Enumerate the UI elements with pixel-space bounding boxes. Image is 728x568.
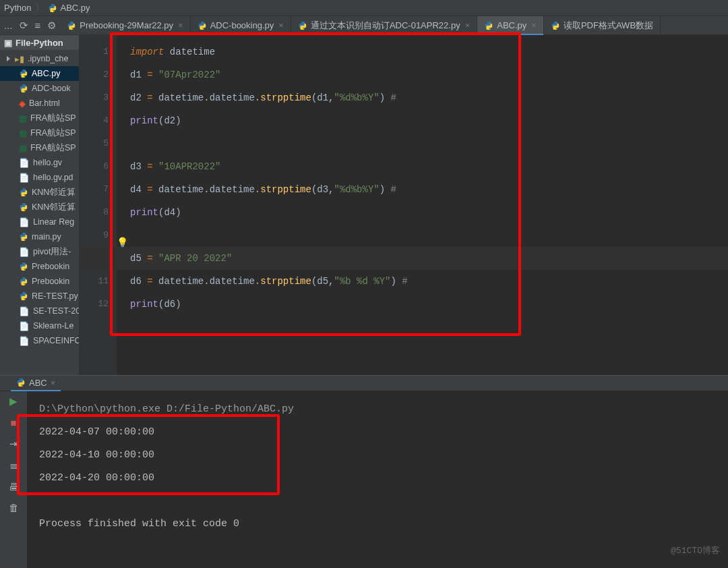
editor-tab[interactable]: 通过文本识别自动订ADC-01APR22.py× (291, 16, 477, 35)
editor-tabs: Prebooking-29Mar22.py×ADC-booking.py×通过文… (60, 16, 728, 35)
tree-item[interactable]: 📄Linear Reg (0, 215, 79, 229)
tree-item[interactable]: 📄SPACEINFO (0, 333, 79, 348)
rerun-icon[interactable]: ▶ (9, 395, 18, 407)
tree-label: Sklearn-Le (33, 321, 73, 331)
watermark: @51CTO博客 (671, 540, 720, 563)
tree-label: Bar.html (29, 98, 60, 108)
line-number: 12 (80, 293, 109, 316)
filter-icon[interactable]: ≡ (35, 20, 41, 31)
tree-item[interactable]: Prebookin (0, 259, 79, 274)
file-icon: 📄 (19, 306, 30, 316)
console-exit: Process finished with exit code 0 (39, 513, 716, 536)
tree-item[interactable]: 📄Sklearn-Le (0, 318, 79, 333)
tree-item[interactable]: Prebookin (0, 274, 79, 289)
folder-icon: ▣ (4, 38, 12, 48)
trash-icon[interactable]: 🗑 (9, 502, 19, 513)
code-line: d6 = datetime.datetime.strpptime(d5,"%b … (130, 270, 715, 293)
run-tab[interactable]: ABC × (11, 375, 61, 391)
tree-item[interactable]: 📄hello.gv.pd (0, 170, 79, 185)
html-icon: ◆ (19, 98, 26, 109)
close-icon[interactable]: × (531, 20, 537, 30)
tree-item[interactable]: ▸▮.ipynb_che (0, 51, 79, 66)
code-editor[interactable]: 123456789101112 💡 import datetimed1 = "0… (80, 35, 728, 375)
sync-icon[interactable]: ⟳ (20, 20, 28, 32)
file-icon: 📄 (19, 247, 30, 257)
tree-label: ABC.py (32, 69, 60, 78)
tree-item[interactable]: main.py (0, 229, 79, 244)
tree-label: KNN邻近算 (32, 202, 75, 213)
python-icon (484, 21, 493, 30)
run-tab-label: ABC (29, 378, 47, 388)
tree-item[interactable]: ▦FRA航站SP (0, 140, 79, 155)
console-command: D:\Python\python.exe D:/File-Python/ABC.… (39, 398, 716, 421)
python-icon (198, 21, 207, 30)
python-icon (19, 277, 28, 286)
line-number: 7 (80, 178, 109, 201)
tree-label: FRA航站SP (30, 127, 76, 139)
stop-icon[interactable]: ■ (10, 417, 16, 428)
intention-bulb-icon[interactable]: 💡 (117, 231, 128, 254)
python-icon (19, 262, 28, 271)
code-area[interactable]: 💡 import datetimed1 = "07Apr2022"d2 = da… (117, 35, 728, 375)
tree-item[interactable]: KNN邻近算 (0, 185, 79, 200)
python-icon (19, 232, 28, 242)
tree-label: pivot用法- (33, 246, 71, 258)
python-icon (67, 21, 76, 30)
tree-item[interactable]: 📄hello.gv (0, 155, 79, 170)
tree-item[interactable]: RE-TEST.py (0, 289, 79, 304)
scroll-icon[interactable]: ⇥ (9, 438, 18, 450)
close-icon[interactable]: × (178, 20, 183, 30)
tree-item[interactable]: ABC.py (0, 66, 79, 81)
print-icon[interactable]: 🖶 (9, 481, 19, 492)
python-icon (551, 21, 560, 30)
tab-label: 读取PDF格式AWB数据 (564, 20, 653, 32)
editor-tab[interactable]: ADC-booking.py× (191, 16, 291, 35)
editor-tab[interactable]: Prebooking-29Mar22.py× (60, 16, 190, 35)
tab-label: Prebooking-29Mar22.py (80, 20, 173, 30)
tree-item[interactable]: ◆Bar.html (0, 96, 79, 111)
console-panel: ▶ ■ ⇥ ≣ 🖶 🗑 D:\Python\python.exe D:/File… (0, 391, 728, 568)
tree-item[interactable]: ▦FRA航站SP (0, 125, 79, 140)
xls-icon: ▦ (19, 128, 27, 138)
close-icon[interactable]: × (465, 20, 471, 30)
line-number: 9 (80, 224, 109, 247)
tree-label: RE-TEST.py (32, 291, 78, 301)
line-number: 1 (80, 40, 109, 63)
tree-label: FRA航站SP (30, 113, 76, 124)
editor-gutter: 123456789101112 (80, 35, 117, 375)
file-icon: 📄 (19, 173, 30, 183)
tree-label: Linear Reg (33, 217, 74, 227)
close-icon[interactable]: × (278, 20, 284, 30)
wrap-icon[interactable]: ≣ (9, 459, 18, 472)
close-icon[interactable]: × (51, 378, 56, 388)
file-icon: 📄 (19, 158, 30, 168)
tree-label: .ipynb_che (28, 54, 68, 63)
toolbar: ... ⟳ ≡ ⚙ Prebooking-29Mar22.py×ADC-book… (0, 16, 728, 35)
project-root-label: File-Python (16, 38, 63, 48)
breadcrumb-file[interactable]: ABC.py (60, 3, 90, 13)
folder-icon: ▸▮ (15, 54, 24, 64)
editor-tab[interactable]: 读取PDF格式AWB数据 (544, 16, 661, 35)
tree-item[interactable]: KNN邻近算 (0, 200, 79, 215)
editor-tab[interactable]: ABC.py× (477, 16, 544, 35)
breadcrumb-bar: Python 〉 ABC.py (0, 0, 728, 16)
xls-icon: ▦ (19, 113, 27, 123)
line-number: 4 (80, 109, 109, 132)
tree-item[interactable]: 📄pivot用法- (0, 244, 79, 259)
breadcrumb-folder[interactable]: Python (4, 3, 31, 13)
console-output[interactable]: D:\Python\python.exe D:/File-Python/ABC.… (27, 391, 728, 568)
collapse-icon[interactable]: ... (4, 20, 13, 31)
tree-item[interactable]: 📄SE-TEST-20 (0, 304, 79, 318)
line-number: 3 (80, 86, 109, 109)
tab-label: 通过文本识别自动订ADC-01APR22.py (311, 20, 460, 32)
tab-label: ABC.py (497, 20, 526, 30)
project-tree: ▸▮.ipynb_cheABC.pyADC-book◆Bar.html▦FRA航… (0, 50, 79, 349)
python-icon (298, 21, 307, 30)
project-root[interactable]: ▣ File-Python (0, 35, 79, 50)
tree-label: main.py (32, 232, 61, 242)
file-icon: 📄 (19, 321, 30, 331)
code-line (130, 132, 715, 155)
tree-item[interactable]: ADC-book (0, 81, 79, 96)
settings-icon[interactable]: ⚙ (47, 20, 56, 32)
tree-item[interactable]: ▦FRA航站SP (0, 111, 79, 125)
